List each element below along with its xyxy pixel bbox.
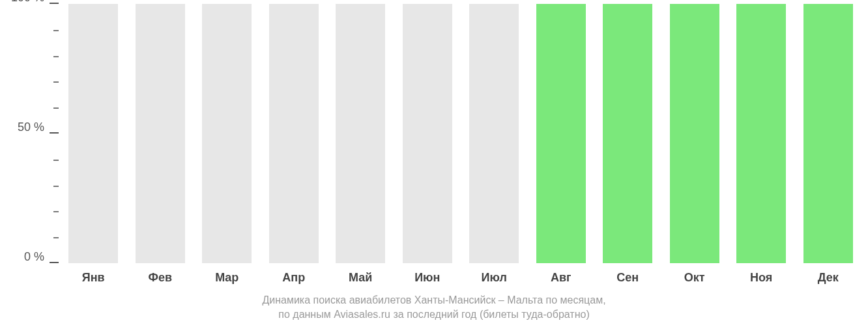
bar-slot xyxy=(728,4,795,263)
bar-slot xyxy=(327,4,394,263)
x-label: Янв xyxy=(60,267,127,287)
bar-slot xyxy=(661,4,729,263)
bar xyxy=(670,4,719,263)
minor-tick-icon xyxy=(53,56,59,57)
x-label: Июл xyxy=(461,267,528,287)
bar xyxy=(403,4,452,263)
x-label: Апр xyxy=(261,267,328,287)
x-label: Дек xyxy=(795,267,862,287)
bar xyxy=(136,4,185,263)
bar xyxy=(202,4,252,263)
x-label: Фев xyxy=(127,267,194,287)
minor-tick-icon xyxy=(53,211,59,212)
minor-tick-icon xyxy=(53,186,59,187)
bar-chart: 100 % 50 % 0 % ЯнвФевМарАпрМайИюнИюлАвгС… xyxy=(0,0,868,327)
x-label: Май xyxy=(327,267,394,287)
minor-tick-icon xyxy=(53,81,59,83)
plot-area xyxy=(60,4,861,263)
x-label: Авг xyxy=(528,267,595,287)
bar-slot xyxy=(528,4,595,263)
bar-slot xyxy=(461,4,528,263)
y-label: 0 % xyxy=(24,249,44,263)
bar xyxy=(536,4,586,263)
bar-slot xyxy=(127,4,194,263)
tick-mark-icon xyxy=(50,262,59,263)
x-label: Июн xyxy=(394,267,461,287)
caption-line-2: по данным Aviasales.ru за последний год … xyxy=(0,309,868,320)
bar xyxy=(803,4,853,263)
bar-slot xyxy=(194,4,261,263)
caption-line-1: Динамика поиска авиабилетов Ханты-Мансий… xyxy=(0,294,868,306)
x-axis: ЯнвФевМарАпрМайИюнИюлАвгСенОктНояДек xyxy=(60,267,861,287)
bar xyxy=(68,4,118,263)
bar-slot xyxy=(60,4,127,263)
minor-tick-icon xyxy=(53,107,59,109)
bar xyxy=(736,4,786,263)
x-label: Ноя xyxy=(728,267,795,287)
bar xyxy=(336,4,385,263)
bar-slot xyxy=(261,4,328,263)
y-label: 50 % xyxy=(18,120,44,134)
y-axis: 100 % 50 % 0 % xyxy=(0,4,59,263)
x-label: Сен xyxy=(594,267,661,287)
bar-slot xyxy=(795,4,862,263)
x-label: Окт xyxy=(661,267,729,287)
tick-mark-icon xyxy=(50,3,59,4)
bar-slot xyxy=(394,4,461,263)
x-label: Мар xyxy=(194,267,261,287)
minor-tick-icon xyxy=(53,30,59,31)
bar xyxy=(269,4,319,263)
bar-slot xyxy=(594,4,661,263)
minor-tick-icon xyxy=(53,160,59,161)
y-label: 100 % xyxy=(11,0,44,4)
bar xyxy=(469,4,519,263)
tick-mark-icon xyxy=(50,132,59,134)
bar xyxy=(603,4,652,263)
minor-tick-icon xyxy=(53,237,59,238)
